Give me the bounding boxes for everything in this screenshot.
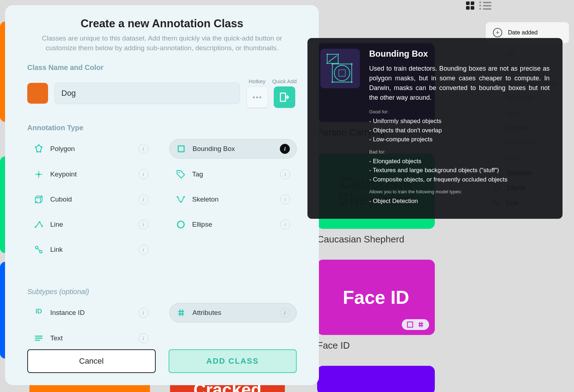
type-label: Polygon [50, 145, 132, 153]
polygon-icon [34, 144, 44, 154]
type-label: Keypoint [50, 170, 132, 178]
subtype-text[interactable]: Text i [27, 329, 155, 348]
color-swatch[interactable] [27, 83, 48, 104]
svg-rect-25 [332, 64, 352, 82]
type-cuboid[interactable]: Cuboid i [27, 190, 155, 209]
svg-point-9 [41, 146, 43, 148]
list-view-icon[interactable] [479, 1, 491, 10]
hotkey-button[interactable] [246, 86, 268, 108]
bounding-box-tooltip: Bounding Box Used to train detectors. Bo… [307, 38, 563, 219]
good-for-list: - Uniformly shaped objects - Objects tha… [369, 117, 550, 144]
hotkey-label: Hotkey [249, 78, 265, 84]
tooltip-illustration [320, 49, 360, 88]
subtype-label: Attributes [193, 309, 274, 317]
cancel-button[interactable]: Cancel [27, 349, 156, 373]
quick-add-label: Quick Add [272, 78, 297, 84]
create-class-modal: Create a new Annotation Class Classes ar… [5, 5, 319, 385]
subtype-label: Text [50, 334, 132, 342]
card-badge [402, 319, 429, 330]
info-icon[interactable]: i [280, 308, 290, 318]
subtypes-grid: ID Instance ID i Attributes i Text i [27, 303, 297, 348]
info-icon[interactable]: i [138, 144, 149, 154]
info-icon[interactable]: i [138, 333, 149, 343]
card-caption: Face ID [317, 340, 350, 351]
svg-point-29 [351, 63, 353, 65]
info-icon[interactable]: i [280, 219, 290, 230]
models-list: - Object Detection [369, 197, 550, 206]
svg-point-20 [41, 226, 43, 227]
svg-point-33 [338, 54, 339, 55]
line-icon [34, 219, 44, 230]
export-icon [278, 91, 291, 103]
info-icon[interactable]: i [280, 194, 290, 204]
keypoint-icon [34, 169, 44, 179]
type-label: Line [50, 221, 132, 228]
dots-icon [253, 96, 261, 98]
plus-icon: + [493, 28, 502, 37]
type-label: Skeleton [192, 195, 274, 203]
info-icon[interactable]: i [280, 169, 290, 179]
svg-point-34 [326, 63, 328, 64]
date-added-label: Date added [508, 29, 538, 36]
grid-view-icon[interactable] [466, 1, 474, 10]
good-for-label: Good for: [369, 109, 550, 114]
tooltip-title: Bounding Box [369, 49, 550, 59]
type-line[interactable]: Line i [27, 215, 155, 234]
svg-point-16 [180, 201, 182, 203]
link-icon [34, 245, 44, 255]
info-icon[interactable]: i [138, 219, 149, 230]
modal-title: Create a new Annotation Class [27, 17, 297, 30]
type-bounding-box[interactable]: Bounding Box i [169, 139, 297, 159]
info-icon[interactable]: i [138, 245, 149, 255]
models-label: Allows you to train the following model … [369, 189, 550, 194]
tag-icon [176, 169, 186, 179]
svg-point-8 [38, 144, 40, 146]
svg-point-13 [38, 173, 40, 176]
svg-point-11 [36, 151, 38, 153]
info-icon[interactable]: i [138, 194, 149, 204]
svg-point-31 [351, 81, 353, 83]
quick-add-button[interactable] [274, 86, 295, 108]
type-link[interactable]: Link i [27, 240, 155, 259]
svg-point-15 [177, 196, 178, 198]
section-name-color: Class Name and Color [27, 63, 297, 72]
type-skeleton[interactable]: Skeleton i [169, 190, 297, 209]
bad-for-list: - Elongated objects - Textures and large… [369, 157, 550, 184]
svg-point-21 [177, 221, 184, 228]
skeleton-icon [176, 194, 186, 204]
svg-point-26 [334, 65, 350, 81]
subtype-label: Instance ID [50, 309, 132, 317]
svg-point-19 [39, 221, 41, 223]
bg-card-faceid: Face ID [317, 260, 435, 335]
info-icon[interactable]: i [138, 169, 149, 179]
id-icon: ID [34, 308, 44, 318]
type-polygon[interactable]: Polygon i [27, 139, 155, 159]
bad-for-label: Bad for: [369, 149, 550, 155]
cuboid-icon [34, 194, 44, 204]
annotation-types: Polygon i Bounding Box i Keypoint i Tag … [27, 139, 297, 259]
type-ellipse[interactable]: Ellipse i [169, 215, 297, 234]
subtype-instance-id[interactable]: ID Instance ID i [27, 303, 155, 322]
type-keypoint[interactable]: Keypoint i [27, 165, 155, 184]
svg-point-18 [34, 226, 36, 228]
hash-icon [417, 321, 425, 329]
type-label: Link [50, 246, 132, 254]
svg-rect-0 [408, 322, 413, 327]
info-icon[interactable]: i [280, 144, 290, 154]
add-class-button[interactable]: ADD CLASS [169, 349, 297, 373]
info-icon[interactable]: i [138, 308, 149, 318]
svg-point-17 [183, 196, 185, 198]
text-icon [34, 333, 44, 343]
svg-rect-27 [339, 70, 345, 76]
view-toggle [466, 1, 491, 10]
class-name-input[interactable] [55, 82, 240, 104]
type-tag[interactable]: Tag i [169, 165, 297, 184]
svg-point-35 [338, 63, 339, 64]
svg-point-7 [35, 146, 37, 148]
svg-point-32 [326, 54, 328, 55]
subtype-attributes[interactable]: Attributes i [169, 303, 297, 322]
type-label: Tag [192, 170, 274, 178]
svg-point-14 [178, 172, 180, 174]
section-annotation-type: Annotation Type [27, 124, 297, 132]
card-caption: Caucasian Shepherd [317, 234, 404, 245]
